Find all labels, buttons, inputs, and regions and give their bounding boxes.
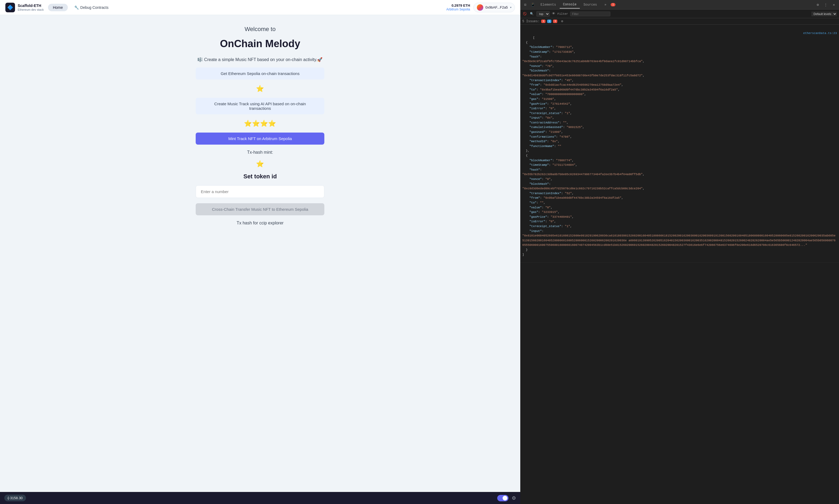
header-right: 0.2979 ETH Arbitrum Sepolia 0x9bAF...F2a… (446, 3, 515, 12)
main-content: Welcome to OnChain Melody 🎼 Create a sim… (0, 15, 520, 492)
chevron-down-icon: ▾ (510, 6, 511, 9)
devtools-overflow-icon[interactable]: ⋮ (823, 2, 829, 8)
tab-console[interactable]: Console (560, 1, 580, 8)
create-music-button[interactable]: Create Music Track using AI API based on… (196, 98, 324, 114)
nav-debug-button[interactable]: 🔧 Debug Contracts (72, 4, 111, 11)
logo-area: 🔷 Scaffold-ETH Ethereum dev stack (5, 3, 44, 12)
clear-console-icon[interactable]: 🚫 (523, 12, 527, 16)
source-link[interactable]: etherscanData.ts:23 (803, 31, 837, 36)
mint-nft-button[interactable]: Mint Track NFT on Arbitrum Sepolia (196, 132, 324, 145)
issue-badge-1: 1 (541, 20, 546, 23)
eye-icon[interactable]: 👁 (552, 12, 555, 16)
devtools-panel: ⊡ 📱 Elements Console Sources » 1 ⚙ ⋮ ✕ 🚫… (520, 0, 839, 504)
debug-label: Debug Contracts (81, 5, 108, 10)
eth-price-badge: ⟠ 3158.30 (4, 494, 26, 501)
devtools-close-icon[interactable]: ✕ (831, 2, 837, 8)
token-input[interactable] (196, 185, 324, 198)
issues-bar: 5 Issues: 1 1 3 ⚙ (520, 18, 839, 25)
bottom-bar: ⟠ 3158.30 ⚙ (0, 492, 520, 504)
filter-input[interactable] (570, 12, 610, 16)
app-title: OnChain Melody (220, 38, 300, 50)
welcome-text: Welcome to (244, 26, 276, 33)
eth-balance-area: 0.2979 ETH Arbitrum Sepolia (446, 3, 470, 11)
app-description: 🎼 Create a simple Music NFT based on you… (198, 57, 323, 62)
console-entry-1: etherscanData.ts:23 [ { "blockNumber": "… (520, 26, 839, 263)
devtools-tabs: ⊡ 📱 Elements Console Sources » 1 ⚙ ⋮ ✕ (520, 0, 839, 10)
bottom-toggle-area: ⚙ (497, 495, 516, 501)
devtools-settings-icon[interactable]: ⚙ (815, 2, 821, 8)
debug-icon: 🔧 (74, 5, 79, 10)
app-header: 🔷 Scaffold-ETH Ethereum dev stack Home 🔧… (0, 0, 520, 15)
filter-label: Filter (558, 12, 568, 16)
logo-subtitle: Ethereum dev stack (18, 8, 44, 11)
network-name: Arbitrum Sepolia (446, 7, 470, 11)
toggle-knob (502, 496, 508, 501)
devtools-toolbar: 🚫 🔍 top 👁 Filter Default levels (520, 10, 839, 18)
top-select[interactable]: top (536, 11, 550, 17)
nav-home-button[interactable]: Home (48, 4, 68, 11)
eth-amount: 0.2979 ETH (446, 3, 470, 7)
logo-title: Scaffold-ETH (18, 3, 44, 8)
step3-emoji: ⭐ (256, 160, 264, 168)
error-badge: 1 (611, 3, 615, 6)
inspect-icon[interactable]: ⊡ (523, 2, 528, 8)
issue-badge-2: 1 (547, 20, 551, 23)
cross-chain-transfer-button[interactable]: Cross-Chain Transfer Music NFT to Ethere… (196, 203, 324, 215)
console-output[interactable]: etherscanData.ts:23 [ { "blockNumber": "… (520, 25, 839, 504)
issues-label: 5 Issues: (523, 20, 540, 23)
logo-text: Scaffold-ETH Ethereum dev stack (18, 3, 44, 11)
tx-hash-label: Tx-hash mint: (247, 150, 273, 155)
app-panel: 🔷 Scaffold-ETH Ethereum dev stack Home 🔧… (0, 0, 520, 504)
get-transactions-button[interactable]: Get Ethereum Sepolia on-chain transactio… (196, 68, 324, 79)
issue-count-1: 1 (541, 20, 546, 23)
wallet-avatar (477, 4, 483, 11)
dt-icons-left: ⊡ 📱 (523, 2, 536, 8)
issue-count-2: 1 (547, 20, 551, 23)
toggle-switch[interactable] (497, 495, 509, 501)
tab-elements[interactable]: Elements (537, 1, 560, 8)
more-tabs-icon[interactable]: » (601, 1, 610, 8)
issue-badge-3: 3 (553, 20, 557, 23)
issues-gear-icon[interactable]: ⚙ (561, 19, 563, 23)
settings-icon[interactable]: ⚙ (512, 495, 516, 501)
set-token-title: Set token id (243, 173, 277, 180)
step1-emoji: ⭐ (256, 85, 264, 92)
tab-sources[interactable]: Sources (580, 1, 600, 8)
issue-count-3: 3 (553, 20, 557, 23)
level-select[interactable]: Default levels (811, 12, 837, 16)
step2-emoji: ⭐⭐⭐⭐ (244, 120, 276, 127)
device-icon[interactable]: 📱 (530, 2, 536, 8)
wallet-badge[interactable]: 0x9bAF...F2a5 ▾ (473, 3, 515, 12)
filter-icon[interactable]: 🔍 (529, 12, 534, 16)
logo-icon: 🔷 (5, 3, 15, 12)
wallet-address: 0x9bAF...F2a5 (485, 5, 508, 10)
ccip-tx-label: Tx hash for ccip explorer (237, 221, 284, 226)
